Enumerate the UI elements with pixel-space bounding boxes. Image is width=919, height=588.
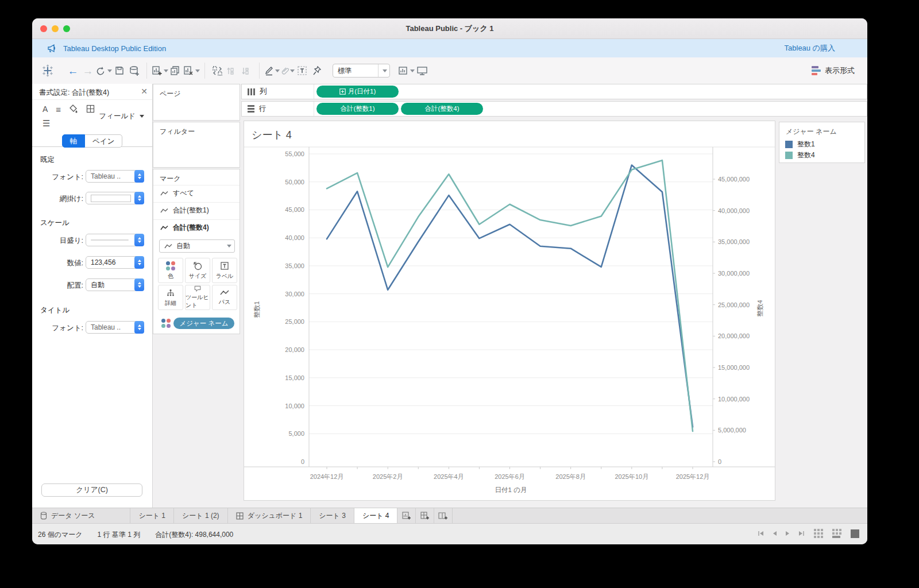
borders-format-icon[interactable] [86,105,95,114]
font-format-icon[interactable]: A [43,105,48,114]
size-button[interactable]: サイズ [185,258,210,283]
show-me-button[interactable]: 表示形式 [812,65,855,76]
back-button[interactable]: ← [65,62,80,79]
legend-swatch [785,152,793,159]
tab-axis[interactable]: 軸 [62,134,86,148]
buy-tableau-link[interactable]: Tableau の購入 [785,43,835,53]
path-icon [220,289,229,296]
tab-pane[interactable]: ペイン [85,134,122,148]
skip-last-icon[interactable] [798,531,805,536]
format-painter-caret[interactable] [290,69,295,72]
shading-dropdown[interactable] [86,192,144,204]
previous-icon[interactable] [772,531,777,536]
new-story-tab-button[interactable] [434,508,453,523]
clear-sheet-caret[interactable] [195,69,200,72]
show-tiles-view-icon[interactable] [814,529,823,538]
tableau-logo-icon[interactable] [40,62,55,79]
marks-layer-label: 合計(整数1) [173,206,209,215]
mark-type-dropdown[interactable]: 自動 [159,239,235,253]
new-datasource-button[interactable] [127,62,142,79]
sort-descending-button[interactable] [240,62,254,79]
undo-redo-caret[interactable] [107,69,112,72]
tooltip-label: ツールヒント [186,293,210,310]
pill-sum-int1[interactable]: 合計(整数1) [316,103,399,115]
stepper-icon[interactable] [134,192,144,204]
line-chart[interactable]: 05,00010,00015,00020,00025,00030,00035,0… [244,121,775,500]
new-dashboard-tab-button[interactable] [416,508,434,523]
tab-sheet-4[interactable]: シート 4 [354,508,398,523]
stepper-icon[interactable] [134,321,144,334]
new-worksheet-tab-button[interactable] [397,508,416,523]
path-button[interactable]: パス [212,285,237,310]
alignment-dropdown[interactable]: 自動 [86,278,144,291]
forward-button[interactable]: → [80,62,95,79]
label-button[interactable]: ラベル [212,258,237,283]
pill-month-date1[interactable]: 月(日付1) [316,86,399,98]
legend-item-int4[interactable]: 整数4 [785,150,815,160]
pages-shelf[interactable]: ページ [153,84,240,121]
cell-size-button[interactable] [398,62,415,79]
field-selector-dropdown[interactable]: フィールド [99,111,144,121]
rows-shelf[interactable]: 行 合計(整数1) 合計(整数4) [241,101,867,117]
sort-ascending-button[interactable] [225,62,240,79]
skip-first-icon[interactable] [758,531,764,536]
svg-text:40,000,000: 40,000,000 [718,207,750,214]
filters-shelf[interactable]: フィルター [153,122,240,168]
highlight-button[interactable] [264,62,280,79]
marks-layer-sum4[interactable]: 合計(整数4) [153,219,240,235]
svg-text:30,000,000: 30,000,000 [718,270,750,277]
duplicate-sheet-button[interactable] [168,62,183,79]
marks-layer-sum1[interactable]: 合計(整数1) [153,202,240,218]
tab-sheet-3[interactable]: シート 3 [311,508,354,523]
stepper-icon[interactable] [134,170,144,183]
stepper-icon[interactable] [134,234,144,246]
pin-button[interactable] [310,62,325,79]
marks-layer-label: すべて [173,188,194,198]
ticks-dropdown[interactable] [86,234,144,246]
format-painter-button[interactable] [280,62,295,79]
fit-dropdown[interactable]: 標準 [333,64,390,78]
default-font-dropdown[interactable]: Tableau .. [86,170,144,183]
lines-format-icon[interactable]: ☰ [43,118,50,129]
detail-button[interactable]: 詳細 [158,285,183,310]
presentation-mode-button[interactable] [415,62,430,79]
stepper-icon[interactable] [134,256,144,269]
pill-sum-int4[interactable]: 合計(整数4) [401,103,483,115]
clear-button[interactable]: クリア(C) [41,483,142,497]
tab-sheet-1[interactable]: シート 1 [130,508,174,523]
swap-rows-columns-button[interactable] [210,62,225,79]
mark-type-value: 自動 [176,241,190,251]
alignment-format-icon[interactable]: ≡ [56,105,61,114]
stepper-icon[interactable] [134,278,144,291]
pill-label: 月(日付1) [348,87,376,96]
numbers-dropdown[interactable]: 123,456 [86,256,144,269]
show-sheet-view-icon[interactable] [851,529,859,538]
close-icon[interactable]: ✕ [141,87,148,96]
text-label-button[interactable] [295,62,310,79]
shading-format-icon[interactable] [69,105,78,114]
columns-shelf[interactable]: 列 月(日付1) [241,84,867,99]
svg-text:10,000,000: 10,000,000 [718,396,750,403]
measure-names-pill[interactable]: メジャー ネーム [173,318,234,329]
title-font-dropdown[interactable]: Tableau .. [86,321,144,334]
tooltip-button[interactable]: ツールヒント [185,285,210,310]
next-icon[interactable] [785,531,790,536]
clear-sheet-button[interactable] [183,62,200,79]
pages-label: ページ [160,89,181,99]
color-button[interactable]: 色 [158,258,183,283]
tab-dashboard-1[interactable]: ダッシュボード 1 [228,508,311,523]
undo-redo-button[interactable] [95,62,112,79]
tab-sheet-1-2[interactable]: シート 1 (2) [174,508,228,523]
tab-data-source[interactable]: データ ソース [32,508,130,523]
highlight-caret[interactable] [275,69,280,72]
new-worksheet-button[interactable] [152,62,168,79]
new-worksheet-caret[interactable] [164,69,168,72]
cell-size-caret[interactable] [410,69,415,72]
marks-layer-all[interactable]: すべて [153,185,240,201]
alignment-value: 自動 [91,280,105,290]
save-button[interactable] [112,62,127,79]
legend-item-int1[interactable]: 整数1 [785,140,815,149]
fit-caret[interactable] [378,64,389,77]
show-filmstrip-view-icon[interactable] [832,529,841,538]
mark-type-caret[interactable] [223,240,234,252]
